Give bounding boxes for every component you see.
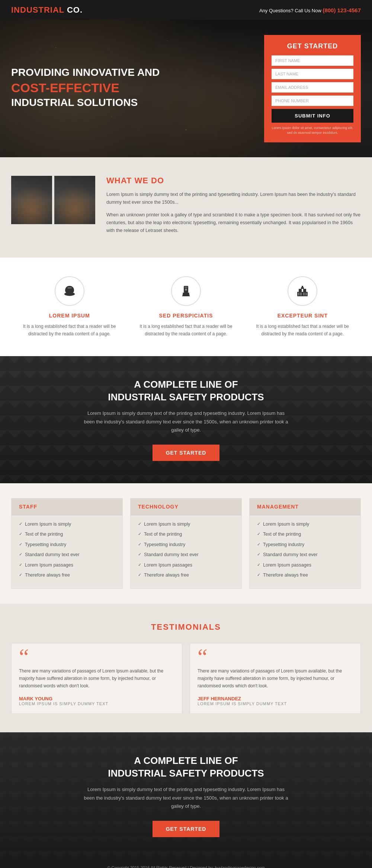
hero-form: GET STARTED SUBMIT INFO Lorem ipsum dolo…: [264, 35, 361, 142]
list-item: Lorem Ipsum passages: [257, 562, 353, 569]
logo-brand: INDUSTRIAL: [11, 5, 64, 14]
cta-section-1: A COMPLETE LINE OF INDUSTRIAL SAFETY PRO…: [0, 356, 372, 483]
list-item: Therefore always free: [257, 572, 353, 579]
what-we-do-para2: When an unknown printer took a galley of…: [106, 211, 361, 235]
service-icon-3: [288, 276, 317, 306]
service-desc-1: It is a long established fact that a rea…: [20, 323, 118, 337]
hero-content: PROVIDING INNOVATIVE AND COST-EFFECTIVE …: [11, 66, 175, 112]
form-title: GET STARTED: [272, 42, 353, 50]
service-desc-3: It is a long established fact that a rea…: [254, 323, 352, 337]
feature-list-management: Lorem Ipsum is simply Text of the printi…: [250, 515, 360, 588]
cta-section-2: A COMPLETE LINE OF INDUSTRIAL SAFETY PRO…: [0, 732, 372, 859]
service-item-3: EXCEPTEUR SINT It is a long established …: [254, 276, 352, 337]
feature-col-title-management: MANAGEMENT: [257, 504, 353, 510]
testimonial-quote-1: There are many variations of passages of…: [19, 667, 174, 690]
cta2-desc: Lorem Ipsum is simply dummy text of the …: [82, 785, 290, 810]
testimonial-card-1: “ There are many variations of passages …: [11, 643, 182, 714]
cta2-button[interactable]: GET STARTED: [153, 821, 220, 837]
svg-rect-7: [300, 293, 302, 296]
service-icon-2: [171, 276, 201, 306]
list-item: Text of the printing: [257, 531, 353, 538]
list-item: Lorem Ipsum is simply: [19, 521, 115, 528]
what-we-do-para1: Lorem Ipsum is simply dummy text of the …: [106, 191, 361, 207]
features-section: STAFF Lorem Ipsum is simply Text of the …: [0, 483, 372, 604]
hero-section: PROVIDING INNOVATIVE AND COST-EFFECTIVE …: [0, 20, 372, 157]
list-item: Text of the printing: [19, 531, 115, 538]
list-item: Therefore always free: [138, 572, 234, 579]
feature-col-technology: TECHNOLOGY Lorem Ipsum is simply Text of…: [130, 498, 242, 589]
hero-headline-line1: PROVIDING INNOVATIVE AND: [11, 67, 160, 78]
list-item: Standard dummy text ever: [257, 552, 353, 558]
feature-col-header-staff: STAFF: [12, 498, 122, 515]
service-title-2: SED PERSPICIATIS: [137, 313, 235, 319]
what-we-do-title: WHAT WE DO: [106, 176, 361, 185]
testimonial-name-2: JEFF HERNANDEZ: [198, 696, 353, 701]
email-input[interactable]: [272, 82, 353, 93]
first-name-input[interactable]: [272, 55, 353, 66]
quote-mark-2: “: [198, 651, 353, 662]
feature-col-management: MANAGEMENT Lorem Ipsum is simply Text of…: [249, 498, 361, 589]
svg-rect-6: [298, 293, 299, 296]
svg-rect-8: [303, 293, 305, 296]
footer-text: © Copyright 2015-2016 All Rights Reserve…: [11, 865, 361, 868]
svg-rect-12: [301, 287, 304, 289]
feature-col-header-technology: TECHNOLOGY: [131, 498, 241, 515]
list-item: Typesetting industry: [138, 542, 234, 548]
service-item-1: LOREM IPSUM It is a long established fac…: [20, 276, 118, 337]
testimonial-card-2: “ There are many variations of passages …: [190, 643, 361, 714]
cta1-title: A COMPLETE LINE OF INDUSTRIAL SAFETY PRO…: [11, 378, 361, 404]
list-item: Typesetting industry: [19, 542, 115, 548]
list-item: Text of the printing: [138, 531, 234, 538]
svg-rect-3: [185, 287, 187, 288]
svg-rect-9: [305, 293, 307, 296]
quote-mark-1: “: [19, 651, 174, 662]
form-disclaimer: Lorem ipsum dolor sit amet, consectetur …: [272, 126, 353, 135]
phone-input[interactable]: [272, 96, 353, 106]
feature-col-title-staff: STAFF: [19, 504, 115, 510]
site-header: INDUSTRIAL CO. Any Questions? Call Us No…: [0, 0, 372, 20]
what-image-1: [11, 176, 52, 224]
list-item: Lorem Ipsum passages: [138, 562, 234, 569]
feature-list-staff: Lorem Ipsum is simply Text of the printi…: [12, 515, 122, 588]
hero-headline-line3: INDUSTRIAL SOLUTIONS: [11, 97, 138, 108]
testimonials-grid: “ There are many variations of passages …: [11, 643, 361, 714]
submit-button[interactable]: SUBMIT INFO: [272, 109, 353, 123]
service-title-1: LOREM IPSUM: [20, 313, 118, 319]
service-desc-2: It is a long established fact that a rea…: [137, 323, 235, 337]
testimonials-title: TESTIMONIALS: [11, 622, 361, 632]
logo: INDUSTRIAL CO.: [11, 5, 83, 15]
service-icon-1: [55, 276, 84, 306]
feature-col-staff: STAFF Lorem Ipsum is simply Text of the …: [11, 498, 123, 589]
list-item: Lorem Ipsum is simply: [138, 521, 234, 528]
header-phone[interactable]: (800) 123-4567: [323, 7, 361, 13]
services-section: LOREM IPSUM It is a long established fac…: [0, 258, 372, 356]
list-item: Lorem Ipsum passages: [19, 562, 115, 569]
what-we-do-section: WHAT WE DO Lorem Ipsum is simply dummy t…: [0, 157, 372, 258]
hero-headline: PROVIDING INNOVATIVE AND COST-EFFECTIVE …: [11, 66, 175, 109]
service-title-3: EXCEPTEUR SINT: [254, 313, 352, 319]
feature-col-title-technology: TECHNOLOGY: [138, 504, 234, 510]
what-image-2: [54, 176, 95, 224]
testimonial-role-2: LOREM IPSUM IS SIMPLY DUMMY TEXT: [198, 701, 353, 706]
logo-suffix: CO.: [64, 5, 83, 14]
svg-rect-1: [67, 287, 72, 288]
testimonial-name-1: MARK YOUNG: [19, 696, 174, 701]
testimonial-role-1: LOREM IPSUM IS SIMPLY DUMMY TEXT: [19, 701, 174, 706]
list-item: Standard dummy text ever: [19, 552, 115, 558]
list-item: Therefore always free: [19, 572, 115, 579]
site-footer: © Copyright 2015-2016 All Rights Reserve…: [0, 859, 372, 868]
header-contact: Any Questions? Call Us Now (800) 123-456…: [259, 7, 361, 13]
list-item: Standard dummy text ever: [138, 552, 234, 558]
what-we-do-text: WHAT WE DO Lorem Ipsum is simply dummy t…: [106, 176, 361, 239]
testimonial-quote-2: There are many variations of passages of…: [198, 667, 353, 690]
last-name-input[interactable]: [272, 69, 353, 79]
list-item: Lorem Ipsum is simply: [257, 521, 353, 528]
feature-list-technology: Lorem Ipsum is simply Text of the printi…: [131, 515, 241, 588]
cta1-button[interactable]: GET STARTED: [153, 445, 220, 461]
svg-rect-11: [303, 289, 306, 292]
svg-rect-10: [299, 289, 302, 292]
hero-headline-accent: COST-EFFECTIVE: [11, 80, 175, 96]
cta1-desc: Lorem Ipsum is simply dummy text of the …: [82, 409, 290, 434]
testimonials-section: TESTIMONIALS “ There are many variations…: [0, 604, 372, 732]
what-we-do-images: [11, 176, 95, 224]
